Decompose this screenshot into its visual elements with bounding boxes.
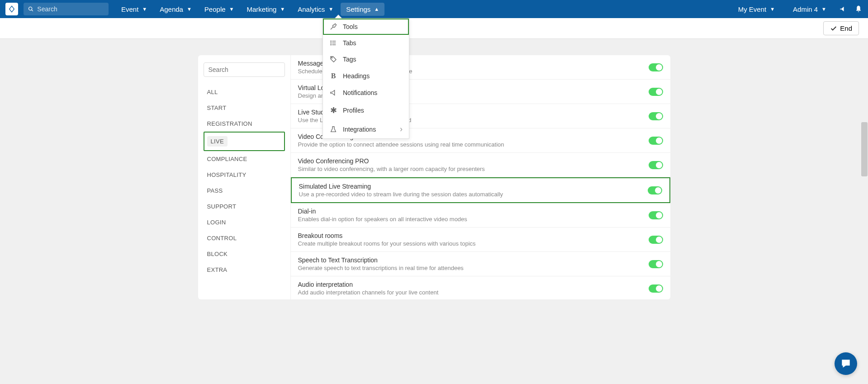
event-selector[interactable]: My Event ▼ [733,3,780,16]
dropdown-item-label: Integrations [343,126,376,133]
scroll-thumb[interactable] [861,122,868,176]
sidebar-item-pass[interactable]: PASS [204,183,285,199]
sidebar-item-block[interactable]: BLOCK [204,246,285,262]
global-search[interactable] [24,3,109,15]
nav-item-label: Analytics [298,5,325,13]
topbar-right: My Event ▼ Admin 4 ▼ [733,3,863,16]
setting-toggle[interactable] [649,260,663,268]
chevron-down-icon: ▼ [142,6,147,12]
end-button[interactable]: End [823,21,859,35]
sidebar-item-support[interactable]: SUPPORT [204,199,285,214]
vertical-scrollbar[interactable] [861,55,868,299]
nav-item-label: Marketing [247,5,276,13]
toggle-knob [656,237,662,243]
setting-row: Dial-inEnables dial-in option for speake… [291,203,670,228]
setting-toggle[interactable] [649,161,663,169]
setting-row: Breakout roomsCreate multiple breakout r… [291,228,670,252]
setting-desc: Add audio interpretation channels for yo… [298,289,649,296]
sidebar-item-extra[interactable]: EXTRA [204,262,285,278]
nav-item-label: People [204,5,226,13]
sidebar-item-all[interactable]: ALL [204,84,285,100]
sidebar-item-hospitality[interactable]: HOSPITALITY [204,167,285,183]
sidebar-item-start[interactable]: START [204,100,285,116]
setting-toggle[interactable] [649,284,663,293]
setting-toggle[interactable] [649,137,663,145]
chevron-down-icon: ▼ [187,6,192,12]
toggle-knob [656,113,662,119]
svg-point-5 [331,41,331,41]
sidebar-item-label: LIVE [207,136,228,147]
chevron-up-icon: ▲ [374,6,379,12]
setting-desc: Similar to video conferencing, with a la… [298,166,649,172]
setting-desc: Enables dial-in option for speakers on a… [298,216,649,223]
bold-icon: B [329,72,337,80]
topbar: Event▼Agenda▼People▼Marketing▼Analytics▼… [0,0,868,18]
dropdown-item-tabs[interactable]: Tabs [323,35,409,51]
toggle-knob [656,261,662,267]
dropdown-item-notifications[interactable]: Notifications [323,85,409,101]
nav-item-label: Settings [346,5,370,13]
setting-desc: Use a pre-recorded video to stream live … [299,191,648,198]
dropdown-item-tools[interactable]: Tools [323,19,409,35]
wrench-icon [329,23,337,30]
toggle-knob [656,212,662,218]
dropdown-item-label: Headings [343,72,370,80]
chat-fab[interactable] [835,352,857,375]
nav-item-settings[interactable]: Settings▲ [341,3,384,16]
dropdown-item-label: Notifications [343,89,377,96]
sidebar-item-compliance[interactable]: COMPLIANCE [204,151,285,167]
setting-row: Audio interpretationAdd audio interpreta… [291,276,670,299]
setting-toggle[interactable] [649,112,663,120]
search-icon [28,6,33,12]
dropdown-item-label: Tools [343,23,358,30]
nav-item-agenda[interactable]: Agenda▼ [154,3,197,16]
settings-dropdown: ToolsTabsTagsBHeadingsNotifications✱Prof… [323,18,409,139]
setting-title: Breakout rooms [298,232,649,239]
chevron-down-icon: ▼ [770,6,775,12]
toggle-knob [656,64,662,71]
toggle-knob [656,162,662,168]
nav-item-event[interactable]: Event▼ [116,3,152,16]
nav-item-marketing[interactable]: Marketing▼ [241,3,290,16]
main-area: ALLSTARTREGISTRATIONLIVECOMPLIANCEHOSPIT… [0,39,868,316]
megaphone-icon [329,89,337,96]
sidebar-search-input[interactable] [204,62,285,77]
setting-row: Simulated Live StreamingUse a pre-record… [291,177,670,203]
end-button-label: End [840,24,852,32]
flask-icon [329,126,337,133]
sidebar-item-registration[interactable]: REGISTRATION [204,116,285,132]
sidebar-item-live[interactable]: LIVE [204,132,285,151]
nav-item-people[interactable]: People▼ [199,3,240,16]
toggle-knob [655,187,661,194]
sidebar-item-control[interactable]: CONTROL [204,230,285,246]
setting-toggle[interactable] [648,186,662,194]
setting-toggle[interactable] [649,63,663,71]
list-icon [329,39,337,47]
asterisk-icon: ✱ [329,105,337,115]
svg-point-0 [29,7,32,10]
svg-point-7 [331,44,331,45]
announcement-icon[interactable] [839,5,847,13]
subbar: End [0,18,868,39]
dropdown-item-headings[interactable]: BHeadings [323,67,409,85]
user-menu-label: Admin 4 [793,5,818,13]
setting-desc: Provide the option to connect attendee s… [298,141,649,148]
chevron-down-icon: ▼ [821,6,826,12]
setting-toggle[interactable] [649,236,663,244]
main-nav: Event▼Agenda▼People▼Marketing▼Analytics▼… [116,3,384,16]
bell-icon[interactable] [854,5,863,13]
app-logo[interactable] [5,3,18,15]
dropdown-item-tags[interactable]: Tags [323,51,409,67]
setting-toggle[interactable] [649,88,663,96]
setting-toggle[interactable] [649,211,663,219]
nav-item-analytics[interactable]: Analytics▼ [292,3,339,16]
dropdown-item-profiles[interactable]: ✱Profiles [323,101,409,120]
user-menu[interactable]: Admin 4 ▼ [787,3,832,16]
global-search-input[interactable] [37,5,104,13]
dropdown-item-label: Tags [343,56,356,63]
setting-title: Speech to Text Transcription [298,256,649,264]
dropdown-item-integrations[interactable]: Integrations› [323,120,409,138]
sidebar-item-login[interactable]: LOGIN [204,214,285,230]
toggle-knob [656,285,662,292]
svg-point-6 [331,43,331,43]
